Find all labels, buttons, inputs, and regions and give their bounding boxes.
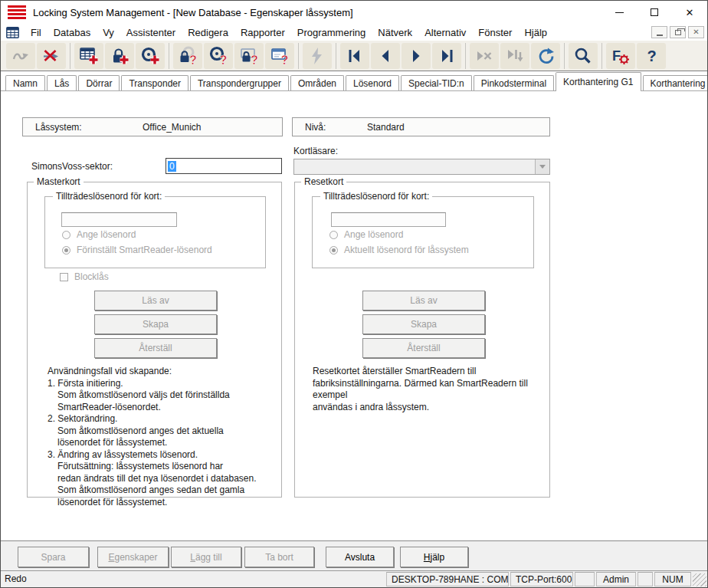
menu-natverk[interactable]: Nätverk (372, 25, 418, 40)
new-locking-system-icon (79, 46, 99, 66)
tab-strip: Namn Lås Dörrar Transponder Transponderg… (1, 71, 707, 91)
block-lock-checkbox[interactable]: Blocklås (60, 271, 109, 282)
master-reset-button[interactable]: Återställ (94, 338, 217, 358)
card-reader-label: Kortläsare: (293, 146, 338, 156)
undo-button[interactable] (6, 43, 35, 69)
next-record-button[interactable] (402, 43, 431, 69)
tab-dorrar[interactable]: Dörrar (78, 75, 120, 90)
read-smartreader-button[interactable]: ? (234, 43, 264, 69)
toolbar: ? ? ? ? (1, 41, 707, 71)
card-reader-select[interactable] (293, 159, 550, 175)
menu-hjalp[interactable]: Hjälp (518, 25, 553, 40)
master-card-group: Masterkort Tillträdeslösenord för kort: … (27, 182, 282, 498)
tab-special-tid[interactable]: Special-TID:n (401, 75, 472, 90)
program-button[interactable] (303, 43, 332, 69)
refresh-button[interactable] (531, 43, 560, 69)
mdi-minimize-button[interactable] (651, 26, 667, 38)
master-radio-enter-password[interactable]: Ange lösenord (62, 229, 136, 240)
menu-fonster[interactable]: Fönster (472, 25, 518, 40)
reset-reset-button[interactable]: Återställ (362, 338, 485, 358)
exit-button[interactable]: Avsluta (326, 547, 394, 567)
menu-programmering[interactable]: Programmering (291, 25, 372, 40)
skip-down-button[interactable] (500, 43, 529, 69)
maximize-button[interactable] (637, 1, 672, 24)
read-smartreader-icon: ? (239, 46, 259, 66)
locking-system-box: Låssystem: Office_Munich (22, 117, 283, 136)
search-icon (573, 46, 593, 66)
minimize-button[interactable] (601, 1, 637, 24)
remove-button[interactable]: Ta bort (244, 547, 314, 567)
reset-read-button[interactable]: Läs av (362, 291, 485, 310)
read-transponder-button[interactable]: ? (204, 43, 233, 69)
locking-system-value: Office_Munich (143, 122, 201, 133)
mdi-restore-button[interactable] (670, 26, 686, 38)
menu-alternativ[interactable]: Alternativ (418, 25, 472, 40)
card-reader-dropdown-button[interactable] (535, 159, 549, 174)
status-tcp-port: TCP-Port:6001 (510, 572, 573, 586)
close-button[interactable]: ✕ (672, 1, 707, 24)
mdi-minimize-icon (657, 34, 663, 36)
new-lock-icon (110, 46, 129, 66)
help-button[interactable]: ? (637, 43, 666, 69)
card-reader-value (294, 159, 535, 174)
mdi-close-button[interactable]: ✕ (688, 26, 704, 38)
status-message: Redo (1, 571, 385, 587)
radio-selected-icon (329, 246, 338, 255)
reset-radio-enter-password[interactable]: Ange lösenord (329, 229, 403, 240)
reset-radio-current-password[interactable]: Aktuellt lösenord för låssystem (329, 245, 469, 255)
tab-omraden[interactable]: Områden (290, 75, 344, 90)
save-button[interactable]: Spara (18, 547, 89, 567)
tab-namn[interactable]: Namn (5, 75, 45, 90)
menu-rapporter[interactable]: Rapporter (234, 25, 291, 40)
skip-delete-icon (474, 46, 494, 66)
svg-text:?: ? (189, 54, 197, 66)
new-lock-button[interactable] (105, 43, 134, 69)
master-password-input[interactable] (61, 212, 177, 227)
first-record-button[interactable] (340, 43, 369, 69)
first-record-icon (345, 46, 365, 66)
previous-record-button[interactable] (371, 43, 400, 69)
master-radio-preset-password[interactable]: Förinställt SmartReader-lösenord (62, 245, 212, 255)
properties-button[interactable]: Egenskaper (97, 547, 169, 567)
master-create-button[interactable]: Skapa (94, 314, 217, 334)
new-transponder-button[interactable] (136, 43, 165, 69)
tab-las[interactable]: Lås (47, 75, 77, 90)
mdi-close-icon: ✕ (693, 28, 699, 36)
read-lock-button[interactable]: ? (173, 43, 202, 69)
disconnect-button[interactable] (37, 43, 66, 69)
resize-grip[interactable] (693, 573, 706, 586)
menu-redigera[interactable]: Redigera (182, 25, 234, 40)
search-button[interactable] (569, 43, 598, 69)
reset-access-password-title: Tillträdeslösenord för kort: (320, 191, 432, 202)
undo-icon (11, 46, 31, 66)
status-bar: Redo DESKTOP-789HANE : COM(*) TCP-Port:6… (1, 570, 707, 587)
master-read-button[interactable]: Läs av (94, 291, 217, 310)
filter-button[interactable]: F (606, 43, 635, 69)
program-icon (307, 46, 327, 66)
tab-transpondergrupper[interactable]: Transpondergrupper (190, 75, 289, 90)
toolbar-separator (601, 43, 602, 69)
last-record-button[interactable] (432, 43, 461, 69)
menu-fil[interactable]: Fil (25, 25, 48, 40)
reset-access-password-group: Tillträdeslösenord för kort: Ange löseno… (312, 196, 534, 268)
sector-input[interactable]: 0 (166, 158, 282, 174)
tab-korthantering-g1[interactable]: Korthantering G1 (556, 72, 641, 91)
skip-delete-button[interactable] (470, 43, 499, 69)
menu-databas[interactable]: Databas (48, 25, 97, 40)
svg-text:?: ? (220, 54, 228, 66)
tab-losenord[interactable]: Lösenord (346, 75, 399, 90)
reset-password-input[interactable] (331, 212, 446, 227)
tab-transponder[interactable]: Transponder (121, 75, 188, 90)
help-footer-button[interactable]: Hjälp (400, 547, 468, 567)
add-button[interactable]: Lägg till (171, 547, 241, 567)
menu-assistenter[interactable]: Assistenter (120, 25, 182, 40)
menu-vy[interactable]: Vy (97, 25, 120, 40)
tab-pinkodsterminal[interactable]: Pinkodsterminal (474, 75, 554, 90)
reset-create-button[interactable]: Skapa (362, 314, 485, 334)
read-dialog-button[interactable]: ? (265, 43, 294, 69)
tab-korthantering-g2[interactable]: Korthantering G2 (643, 75, 708, 90)
refresh-icon (536, 46, 556, 66)
new-locking-system-button[interactable] (74, 43, 103, 69)
radio-selected-icon (62, 246, 70, 255)
mdi-system-icon[interactable] (6, 27, 19, 38)
